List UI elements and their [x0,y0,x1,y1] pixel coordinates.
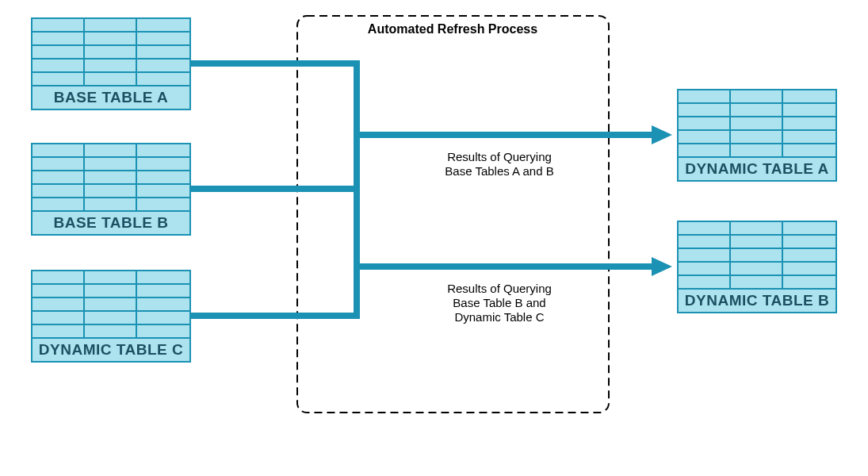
svg-rect-19 [32,157,84,171]
svg-rect-12 [32,72,84,86]
svg-rect-68 [730,235,782,248]
svg-rect-59 [782,130,836,144]
dynamic-table-b: DYNAMIC TABLE B [678,221,836,313]
svg-rect-57 [678,130,730,144]
svg-rect-9 [32,59,84,72]
svg-rect-35 [32,284,84,298]
svg-rect-50 [782,90,836,103]
base-table-a-label: BASE TABLE A [54,89,168,106]
flow-from-base-b-up [190,135,357,189]
svg-rect-40 [136,298,190,311]
diagram-canvas: Automated Refresh Process Results of Que… [0,0,868,476]
svg-rect-53 [782,103,836,117]
dynamic-table-a-label: DYNAMIC TABLE A [685,160,829,177]
svg-rect-58 [730,130,782,144]
svg-rect-26 [84,184,136,198]
svg-rect-60 [678,144,730,157]
svg-rect-75 [782,262,836,275]
svg-rect-34 [136,271,190,284]
svg-rect-76 [678,275,730,289]
svg-rect-16 [32,144,84,157]
svg-rect-64 [678,221,730,235]
svg-rect-36 [84,284,136,298]
svg-rect-13 [84,72,136,86]
svg-rect-0 [32,18,84,32]
arrowhead-dyn-b [652,257,672,276]
svg-rect-11 [136,59,190,72]
svg-rect-22 [32,171,84,184]
base-table-a: BASE TABLE A [32,18,190,109]
svg-rect-17 [84,144,136,157]
svg-rect-52 [730,103,782,117]
svg-rect-10 [84,59,136,72]
svg-rect-3 [32,32,84,45]
base-table-b-label: BASE TABLE B [54,214,169,231]
svg-rect-38 [32,298,84,311]
svg-rect-45 [84,324,136,338]
svg-rect-5 [136,32,190,45]
svg-rect-74 [730,262,782,275]
svg-rect-28 [32,198,84,211]
svg-rect-42 [84,311,136,324]
svg-rect-65 [730,221,782,235]
svg-rect-1 [84,18,136,32]
base-table-b: BASE TABLE B [32,144,190,235]
dynamic-table-a: DYNAMIC TABLE A [678,90,836,181]
svg-rect-32 [32,271,84,284]
svg-rect-33 [84,271,136,284]
svg-rect-6 [32,45,84,59]
svg-rect-71 [730,248,782,262]
svg-rect-2 [136,18,190,32]
result-b-line1: Results of Querying [447,282,552,295]
svg-rect-44 [32,324,84,338]
process-box [297,16,609,413]
svg-rect-61 [730,144,782,157]
result-a-line2: Base Tables A and B [445,164,553,178]
flow-from-dyn-c [190,267,357,316]
svg-rect-49 [730,90,782,103]
result-b-line2: Base Table B and [453,296,545,309]
svg-rect-66 [782,221,836,235]
svg-rect-29 [84,198,136,211]
svg-rect-73 [678,262,730,275]
svg-rect-14 [136,72,190,86]
svg-rect-62 [782,144,836,157]
svg-rect-18 [136,144,190,157]
svg-rect-8 [136,45,190,59]
svg-rect-55 [730,117,782,130]
svg-rect-27 [136,184,190,198]
svg-rect-78 [782,275,836,289]
svg-rect-20 [84,157,136,171]
svg-rect-4 [84,32,136,45]
svg-rect-70 [678,248,730,262]
dynamic-table-c: DYNAMIC TABLE C [32,271,190,362]
svg-rect-37 [136,284,190,298]
svg-rect-23 [84,171,136,184]
result-a-line1: Results of Querying [447,150,552,163]
dynamic-table-b-label: DYNAMIC TABLE B [685,292,829,309]
svg-rect-69 [782,235,836,248]
svg-rect-41 [32,311,84,324]
svg-rect-56 [782,117,836,130]
svg-rect-54 [678,117,730,130]
result-b-line3: Dynamic Table C [454,310,544,324]
flow-from-base-a [190,63,357,135]
svg-rect-24 [136,171,190,184]
svg-rect-21 [136,157,190,171]
svg-rect-43 [136,311,190,324]
svg-rect-46 [136,324,190,338]
svg-rect-72 [782,248,836,262]
svg-rect-25 [32,184,84,198]
svg-rect-48 [678,90,730,103]
svg-rect-30 [136,198,190,211]
dynamic-table-c-label: DYNAMIC TABLE C [39,341,183,358]
svg-rect-67 [678,235,730,248]
svg-rect-51 [678,103,730,117]
svg-rect-39 [84,298,136,311]
svg-rect-77 [730,275,782,289]
svg-rect-7 [84,45,136,59]
arrowhead-dyn-a [652,125,672,144]
process-title: Automated Refresh Process [368,22,537,36]
